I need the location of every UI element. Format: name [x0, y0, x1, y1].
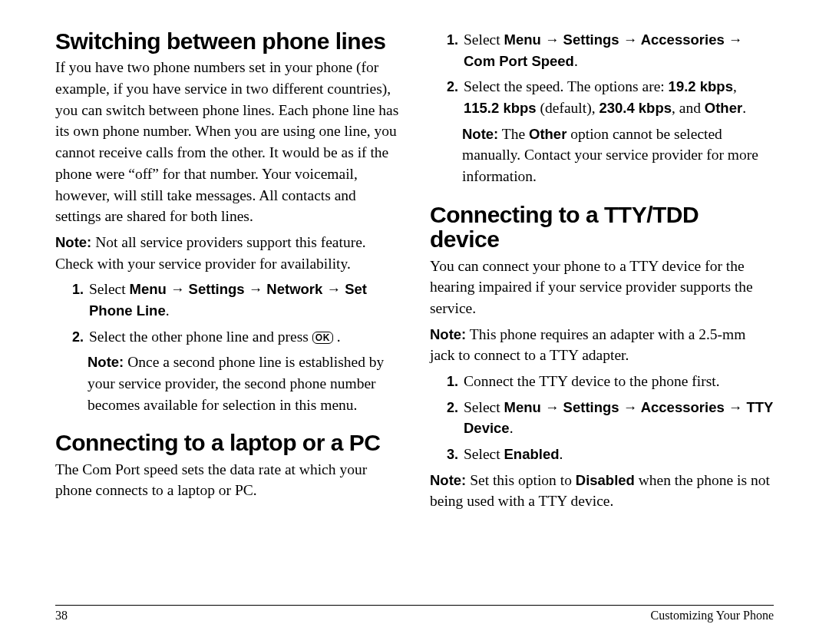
- page-footer: 38 Customizing Your Phone: [55, 605, 774, 623]
- content-columns: Switching between phone lines If you hav…: [55, 29, 774, 591]
- note-text: Not all service providers support this f…: [55, 234, 366, 272]
- note-text: This phone requires an adapter with a 2.…: [430, 326, 745, 364]
- step-suffix: .: [574, 53, 578, 69]
- note-other-option: Note: The Other option cannot be selecte…: [462, 124, 774, 187]
- speed-19: 19.2 kbps: [669, 78, 733, 94]
- right-column: Select Menu → Settings → Accessories → C…: [430, 29, 774, 591]
- note-adapter: Note: This phone requires an adapter wit…: [430, 324, 774, 366]
- tty-step-1: Connect the TTY device to the phone firs…: [462, 371, 774, 392]
- tty-step-3: Select Enabled.: [462, 444, 774, 465]
- note-label: Note:: [462, 126, 498, 142]
- heading-switching-lines: Switching between phone lines: [55, 29, 399, 54]
- para-comport: The Com Port speed sets the data rate at…: [55, 459, 399, 501]
- note-label: Note:: [88, 354, 124, 370]
- ok-icon: OK: [312, 332, 333, 344]
- speed-115: 115.2 kbps: [464, 100, 537, 116]
- step-prefix: Select: [464, 31, 504, 48]
- note-a: Set this option to: [470, 472, 576, 488]
- sep: , and: [672, 100, 705, 116]
- note-text: Once a second phone line is established …: [88, 354, 384, 412]
- menu-path: Menu → Settings → Accessories → Com Port…: [464, 31, 742, 69]
- note-second-line: Note: Once a second phone line is establ…: [88, 352, 399, 415]
- period: .: [742, 100, 746, 116]
- step-suffix: .: [510, 420, 514, 436]
- steps-tty: Connect the TTY device to the phone firs…: [430, 371, 774, 465]
- step-2a: Select the speed. The options are:: [464, 78, 669, 94]
- step-prefix: Select: [89, 281, 130, 297]
- section-title: Customizing Your Phone: [651, 609, 774, 623]
- para-tty-intro: You can connect your phone to a TTY devi…: [430, 256, 774, 319]
- speed-other: Other: [705, 100, 742, 116]
- default-text: (default),: [537, 100, 599, 116]
- note-label: Note:: [430, 326, 466, 342]
- heading-tty: Connecting to a TTY/TDD device: [430, 203, 774, 253]
- note-label: Note:: [55, 234, 91, 250]
- note-other: Other: [529, 126, 566, 142]
- step-1: Select Menu → Settings → Network → Set P…: [88, 279, 399, 321]
- note-label: Note:: [430, 472, 466, 488]
- note-disabled: Note: Set this option to Disabled when t…: [430, 470, 774, 512]
- disabled-label: Disabled: [576, 472, 635, 488]
- step-suffix: .: [166, 302, 170, 319]
- sep: ,: [733, 78, 737, 94]
- page-number: 38: [55, 609, 68, 623]
- manual-page: Switching between phone lines If you hav…: [0, 0, 829, 644]
- enabled-label: Enabled: [504, 446, 560, 462]
- note-providers: Note: Not all service providers support …: [55, 232, 399, 274]
- tty-step-2: Select Menu → Settings → Accessories → T…: [462, 397, 774, 439]
- steps-switch-line: Select Menu → Settings → Network → Set P…: [55, 279, 399, 347]
- step-prefix: Select: [464, 399, 504, 415]
- step-2-text: Select the other phone line and press: [89, 329, 312, 345]
- step-suffix: .: [560, 446, 563, 462]
- menu-path: Menu → Settings → Network → Set Phone Li…: [89, 281, 367, 319]
- left-column: Switching between phone lines If you hav…: [55, 29, 399, 591]
- step-2-suffix: .: [333, 329, 341, 345]
- para-intro: If you have two phone numbers set in you…: [55, 57, 399, 227]
- step-prefix: Select: [464, 446, 504, 462]
- steps-comport: Select Menu → Settings → Accessories → C…: [430, 29, 774, 119]
- heading-laptop-pc: Connecting to a laptop or a PC: [55, 431, 399, 455]
- step-2: Select the speed. The options are: 19.2 …: [462, 76, 774, 118]
- step-1: Select Menu → Settings → Accessories → C…: [462, 29, 774, 71]
- step-2: Select the other phone line and press OK…: [88, 326, 399, 348]
- speed-230: 230.4 kbps: [599, 100, 672, 116]
- note-a: The: [502, 126, 529, 142]
